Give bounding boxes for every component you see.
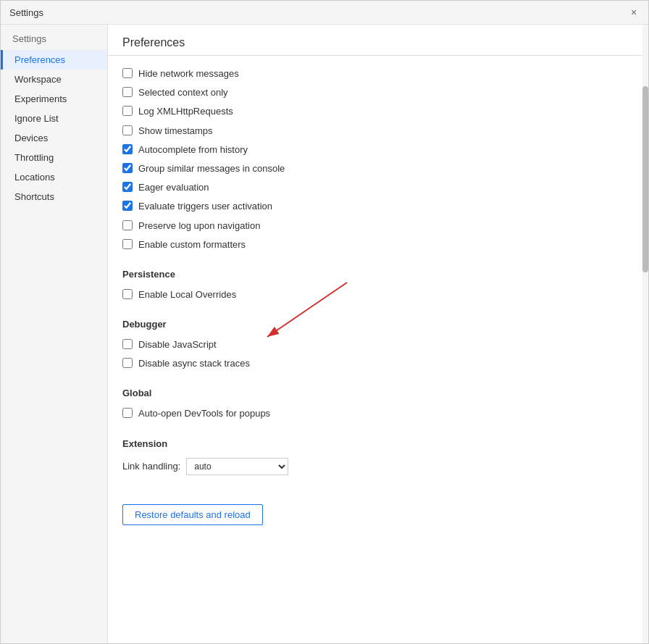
eager-eval-row: Eager evaluation	[122, 181, 634, 194]
sidebar-item-devices[interactable]: Devices	[1, 128, 107, 148]
hide-network-label: Hide network messages	[138, 67, 239, 80]
selected-context-row: Selected context only	[122, 86, 634, 99]
preserve-log-row: Preserve log upon navigation	[122, 219, 634, 233]
log-xml-checkbox[interactable]	[122, 106, 133, 116]
preferences-header: Preferences	[108, 25, 648, 56]
sidebar-title: Settings	[1, 25, 107, 50]
title-bar: Settings ×	[1, 1, 648, 25]
sidebar-item-preferences[interactable]: Preferences	[1, 50, 107, 70]
sidebar-item-workspace[interactable]: Workspace	[1, 70, 107, 89]
hide-network-checkbox[interactable]	[122, 68, 133, 78]
sidebar-item-locations[interactable]: Locations	[1, 167, 107, 187]
window-title: Settings	[9, 7, 43, 18]
evaluate-triggers-row: Evaluate triggers user activation	[122, 200, 634, 213]
extension-title: Extension	[122, 438, 634, 449]
preferences-content: Hide network messages Selected context o…	[108, 56, 648, 643]
group-similar-checkbox[interactable]	[122, 163, 133, 173]
auto-open-row: Auto-open DevTools for popups	[122, 407, 634, 420]
autocomplete-row: Autocomplete from history	[122, 143, 634, 156]
log-xml-label: Log XMLHttpRequests	[138, 105, 233, 118]
debugger-section: Debugger Disable JavaScript Disable asyn…	[122, 319, 634, 370]
scrollbar-thumb[interactable]	[642, 86, 648, 272]
link-handling-row: Link handling: auto open in DevTools ope…	[122, 458, 634, 475]
show-timestamps-checkbox[interactable]	[122, 125, 133, 135]
auto-open-checkbox[interactable]	[122, 408, 133, 418]
persistence-section: Persistence Enable Local Overrides	[122, 269, 634, 301]
custom-formatters-label: Enable custom formatters	[138, 238, 246, 251]
scrollbar-track[interactable]	[642, 25, 648, 643]
link-handling-select[interactable]: auto open in DevTools open in browser	[186, 458, 288, 475]
selected-context-label: Selected context only	[138, 86, 228, 99]
sidebar-item-ignore-list[interactable]: Ignore List	[1, 109, 107, 128]
evaluate-triggers-label: Evaluate triggers user activation	[138, 200, 272, 213]
global-section: Global Auto-open DevTools for popups	[122, 388, 634, 420]
link-handling-label: Link handling:	[122, 461, 180, 472]
local-overrides-label: Enable Local Overrides	[138, 288, 236, 301]
sidebar-item-shortcuts[interactable]: Shortcuts	[1, 187, 107, 206]
disable-async-row: Disable async stack traces	[122, 357, 634, 370]
disable-js-row: Disable JavaScript	[122, 338, 634, 351]
main-panel: Preferences Hide network messages Select…	[108, 25, 648, 643]
extension-section: Extension Link handling: auto open in De…	[122, 438, 634, 475]
preserve-log-label: Preserve log upon navigation	[138, 219, 260, 233]
sidebar-item-throttling[interactable]: Throttling	[1, 148, 107, 167]
preserve-log-checkbox[interactable]	[122, 220, 133, 230]
disable-async-label: Disable async stack traces	[138, 357, 250, 370]
local-overrides-row: Enable Local Overrides	[122, 288, 634, 301]
debugger-title: Debugger	[122, 319, 634, 330]
sidebar: Settings Preferences Workspace Experimen…	[1, 25, 108, 643]
hide-network-row: Hide network messages	[122, 67, 634, 80]
disable-async-checkbox[interactable]	[122, 358, 133, 368]
local-overrides-checkbox[interactable]	[122, 289, 133, 299]
autocomplete-checkbox[interactable]	[122, 144, 133, 154]
group-similar-label: Group similar messages in console	[138, 162, 285, 175]
eager-eval-checkbox[interactable]	[122, 182, 133, 192]
restore-defaults-button[interactable]: Restore defaults and reload	[122, 504, 263, 525]
auto-open-label: Auto-open DevTools for popups	[138, 407, 270, 420]
restore-section: Restore defaults and reload	[122, 493, 634, 531]
sidebar-item-experiments[interactable]: Experiments	[1, 89, 107, 109]
custom-formatters-row: Enable custom formatters	[122, 238, 634, 251]
close-button[interactable]: ×	[628, 7, 640, 18]
eager-eval-label: Eager evaluation	[138, 181, 209, 194]
evaluate-triggers-checkbox[interactable]	[122, 201, 133, 211]
custom-formatters-checkbox[interactable]	[122, 239, 133, 249]
persistence-title: Persistence	[122, 269, 634, 280]
group-similar-row: Group similar messages in console	[122, 162, 634, 175]
console-section: Hide network messages Selected context o…	[122, 67, 634, 251]
autocomplete-label: Autocomplete from history	[138, 143, 248, 156]
show-timestamps-label: Show timestamps	[138, 125, 213, 138]
show-timestamps-row: Show timestamps	[122, 125, 634, 138]
page-title: Preferences	[122, 36, 634, 49]
log-xml-row: Log XMLHttpRequests	[122, 105, 634, 118]
global-title: Global	[122, 388, 634, 398]
settings-window: Settings × Settings Preferences Workspac…	[0, 0, 649, 644]
disable-js-checkbox[interactable]	[122, 339, 133, 349]
disable-js-label: Disable JavaScript	[138, 338, 217, 351]
selected-context-checkbox[interactable]	[122, 87, 133, 97]
main-content-area: Settings Preferences Workspace Experimen…	[1, 25, 648, 643]
